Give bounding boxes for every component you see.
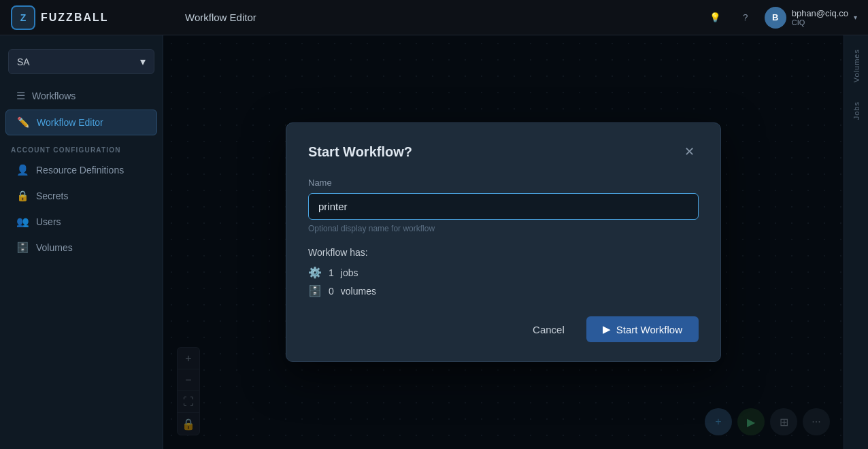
sidebar-item-label: Secrets [36, 190, 68, 201]
tab-volumes[interactable]: Volumes [847, 41, 866, 90]
topbar-right: 💡 ? B bphan@ciq.co CIQ ▾ [705, 7, 857, 29]
user-name: bphan@ciq.co [792, 8, 848, 18]
page-title: Workflow Editor [185, 12, 256, 23]
help-icon-button[interactable]: ? [735, 7, 756, 29]
main-layout: SA ▾ ☰ Workflows ✏️ Workflow Editor ACCO… [0, 0, 868, 449]
user-dropdown[interactable]: B bphan@ciq.co CIQ ▾ [765, 7, 857, 29]
volumes-label: volumes [341, 286, 376, 297]
jobs-label: jobs [341, 267, 358, 278]
volumes-summary-icon: 🗄️ [308, 284, 322, 297]
workspace-name: SA [17, 56, 30, 67]
topbar: Z FUZZBALL Workflow Editor 💡 ? B bphan@c… [0, 0, 868, 35]
chevron-down-icon: ▾ [854, 14, 857, 21]
start-workflow-button[interactable]: ▶ Start Workflow [586, 316, 699, 342]
topbar-left: Z FUZZBALL Workflow Editor [11, 5, 256, 30]
sidebar-item-label: Volumes [36, 242, 73, 253]
modal-close-button[interactable]: ✕ [680, 142, 699, 161]
sidebar-item-resource-definitions[interactable]: 👤 Resource Definitions [5, 158, 157, 182]
volumes-summary: 🗄️ 0 volumes [308, 284, 699, 297]
workflows-icon: ☰ [16, 90, 25, 102]
cancel-button[interactable]: Cancel [519, 316, 578, 342]
modal-actions: Cancel ▶ Start Workflow [308, 316, 699, 342]
bulb-icon-button[interactable]: 💡 [705, 7, 727, 29]
sidebar-item-workflow-editor[interactable]: ✏️ Workflow Editor [5, 110, 157, 135]
workflow-editor-icon: ✏️ [17, 116, 30, 129]
modal-title: Start Workflow? [308, 144, 412, 160]
jobs-summary: ⚙️ 1 jobs [308, 266, 699, 279]
modal-header: Start Workflow? ✕ [308, 142, 699, 161]
name-input[interactable] [308, 193, 699, 220]
name-hint: Optional display name for workflow [308, 224, 699, 233]
logo: Z FUZZBALL [11, 5, 174, 30]
users-icon: 👥 [16, 216, 29, 228]
sidebar-item-label: Workflows [32, 90, 76, 101]
volumes-icon: 🗄️ [16, 242, 29, 254]
avatar: B [765, 7, 786, 29]
jobs-icon: ⚙️ [308, 266, 322, 279]
workflow-summary-section: Workflow has: ⚙️ 1 jobs 🗄️ 0 volumes [308, 247, 699, 297]
sidebar-item-users[interactable]: 👥 Users [5, 210, 157, 234]
volumes-count: 0 [329, 286, 334, 297]
name-field-label: Name [308, 178, 699, 188]
sidebar-item-label: Users [36, 216, 61, 227]
sidebar-item-label: Workflow Editor [37, 117, 103, 128]
workflow-has-label: Workflow has: [308, 247, 699, 258]
start-workflow-modal: Start Workflow? ✕ Name Optional display … [286, 122, 721, 362]
tab-jobs[interactable]: Jobs [847, 93, 866, 128]
user-info: bphan@ciq.co CIQ [792, 8, 848, 27]
account-config-section-label: ACCOUNT CONFIGURATION [0, 137, 163, 156]
user-role: CIQ [792, 18, 848, 27]
sidebar-item-label: Resource Definitions [36, 165, 124, 176]
sidebar-item-volumes[interactable]: 🗄️ Volumes [5, 235, 157, 260]
start-workflow-label: Start Workflow [616, 324, 682, 335]
jobs-count: 1 [329, 267, 334, 278]
right-sidebar: Volumes Jobs [844, 35, 868, 449]
secrets-icon: 🔒 [16, 190, 29, 202]
sidebar-item-secrets[interactable]: 🔒 Secrets [5, 184, 157, 208]
logo-icon: Z [11, 5, 35, 30]
logo-text: FUZZBALL [41, 12, 109, 24]
sidebar-item-workflows[interactable]: ☰ Workflows [5, 84, 157, 108]
play-icon: ▶ [603, 323, 611, 335]
modal-overlay: Start Workflow? ✕ Name Optional display … [163, 35, 844, 449]
resource-definitions-icon: 👤 [16, 164, 29, 176]
workspace-chevron-icon: ▾ [140, 55, 146, 68]
sidebar: SA ▾ ☰ Workflows ✏️ Workflow Editor ACCO… [0, 35, 163, 449]
canvas[interactable]: + − ⛶ 🔒 + ▶ ⊞ ··· Start Workflow? ✕ Name… [163, 35, 844, 449]
workspace-selector[interactable]: SA ▾ [8, 49, 154, 74]
